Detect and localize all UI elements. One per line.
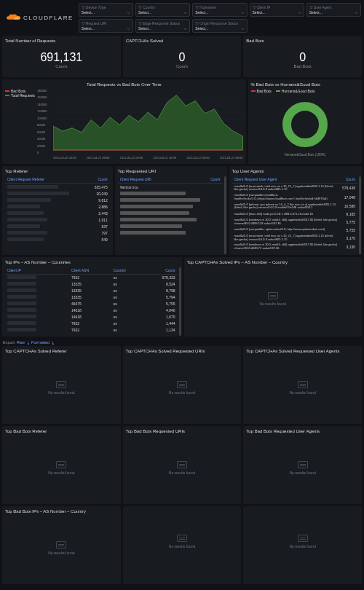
table-row[interactable]: mozilla/5.0 (macintosh; intel mac os x 1…: [232, 233, 358, 243]
table-row[interactable]: 7922us1,134: [5, 327, 178, 334]
table-row[interactable]: [118, 229, 223, 236]
table-row[interactable]: [118, 223, 223, 229]
empty-panel: Top Bad Bots Referer No results found: [2, 426, 121, 504]
col-header[interactable]: Client Request URI: [118, 176, 207, 184]
stat-sub: Bad Bots: [246, 64, 359, 68]
export-formatted-link[interactable]: Formatted ⭳: [31, 340, 55, 345]
grid-icon: [56, 381, 66, 388]
chevron-down-icon: [127, 11, 130, 15]
filter-6[interactable]: Edge Response Status Select...: [135, 19, 190, 33]
table-row[interactable]: 797: [5, 229, 110, 236]
panel-title: Top CAPTCHAs Solved Requested URIs: [126, 349, 239, 353]
table-row[interactable]: 9,812: [5, 197, 110, 203]
table-row[interactable]: 2,886: [5, 203, 110, 210]
empty-text: No results found: [169, 471, 195, 475]
table-row[interactable]: 7922us578,333: [5, 274, 178, 281]
table-row[interactable]: 937: [5, 223, 110, 229]
col-header[interactable]: Client Request Referer: [5, 176, 88, 184]
empty-panel: Top CAPTCHAs Solved Requested URIs No re…: [123, 346, 242, 424]
empty-state: No results found: [246, 509, 359, 575]
legend-item[interactable]: Bad Bots: [251, 89, 272, 93]
table-row[interactable]: mozilla/5.0 (windows nt 10.0; win64; x64…: [232, 243, 358, 252]
table-row[interactable]: mozilla/5.0 (windows nt 10.0; win64; x64…: [232, 218, 358, 227]
table-row[interactable]: mozilla/5.0 (iphone; cpu iphone os 14_4_…: [232, 202, 358, 211]
table-row[interactable]: mozilla/5.0 (compatible; uptimerobot/2.0…: [232, 227, 358, 233]
col-header[interactable]: Client IP: [5, 267, 69, 275]
funnel-icon: [82, 6, 85, 9]
panel-title: Top Bad Bots IPs – AS Number – Country: [5, 509, 118, 514]
empty-text: No results found: [289, 544, 315, 548]
table-row[interactable]: mozilla/5.0 (macintosh; intel mac os x 1…: [232, 184, 358, 193]
grid-icon: [56, 541, 66, 548]
panel-title: Top User Agents: [232, 169, 358, 173]
empty-text: No results found: [48, 551, 74, 555]
legend-item[interactable]: Humans&Good Bots: [276, 89, 315, 93]
table-row[interactable]: [118, 197, 223, 203]
table-row[interactable]: 14618us1,670: [5, 314, 178, 320]
table-row[interactable]: 13335us5,794: [5, 294, 178, 301]
donut-panel: % Bad Bots vs Humans&Good Bots Bad BotsH…: [248, 79, 362, 164]
panel-title: Total Requests vs Bad Bots Over Time: [5, 82, 243, 87]
table-row[interactable]: 20,049: [5, 190, 110, 197]
area-chart[interactable]: 0200004000060000800001000001200001400001…: [37, 89, 242, 154]
empty-text: No results found: [169, 390, 195, 395]
table-row[interactable]: [118, 216, 223, 223]
empty-state: No results found: [126, 509, 239, 575]
filter-5[interactable]: Request URI Select...: [79, 19, 133, 33]
table-row[interactable]: [118, 210, 223, 216]
grid-icon: [298, 381, 308, 388]
empty-text: No results found: [48, 390, 74, 395]
table-row[interactable]: [118, 203, 223, 210]
table-row[interactable]: /favicon.ico: [118, 184, 223, 191]
col-header[interactable]: Count: [340, 176, 357, 184]
grid-icon: [177, 381, 187, 388]
col-header[interactable]: Client ASN: [69, 267, 111, 275]
table-row[interactable]: mozilla/5.0 (compatible;cloudflare-healt…: [232, 193, 358, 202]
col-header[interactable]: Count: [207, 176, 223, 184]
table-row[interactable]: 7922us1,444: [5, 320, 178, 327]
grid-icon: [177, 461, 187, 468]
top-ips-panel: Top IPs – AS Number – Countries Client I…: [2, 257, 182, 337]
col-header[interactable]: Client Request User Agent: [232, 176, 340, 184]
funnel-icon: [195, 22, 199, 25]
legend-item[interactable]: Total Requests: [5, 93, 35, 98]
filter-0[interactable]: Device Type Select...: [79, 3, 133, 17]
table-row[interactable]: [118, 190, 223, 197]
table-row[interactable]: 14618us4,040: [5, 307, 178, 314]
panel-title: Top CAPTCHAs Solved Requested User Agent…: [246, 349, 359, 353]
table-row[interactable]: mozilla/5.0 (linux x64) node.js/12.18.1 …: [232, 211, 358, 218]
table-row[interactable]: 13335us8,524: [5, 281, 178, 288]
col-header[interactable]: Country: [111, 267, 144, 275]
export-raw-link[interactable]: Raw ⭳: [17, 340, 31, 345]
stat-sub: Count: [5, 64, 118, 68]
filter-1[interactable]: Country Select...: [135, 3, 190, 17]
stat-total-requests: Total Number of Requests 691,131Count: [2, 36, 121, 77]
panel-title: Top Bad Bots Requested URIs: [126, 429, 239, 433]
filter-2[interactable]: Hostname Select...: [192, 3, 247, 17]
col-header[interactable]: Count: [88, 176, 110, 184]
chevron-down-icon: [355, 11, 358, 15]
table-row[interactable]: 2,443: [5, 210, 110, 216]
empty-state: No results found: [126, 436, 239, 501]
brand-name: CLOUDFLARE: [23, 15, 74, 21]
brand-logo: CLOUDFLARE: [3, 3, 76, 33]
stat-bad-bots: Bad Bots 0Bad Bots: [243, 36, 362, 77]
export-bar: Export: Raw ⭳ Formatted ⭳: [0, 339, 364, 346]
empty-panel: Top CAPTCHAs Solved Requested User Agent…: [243, 346, 362, 424]
donut-chart[interactable]: [280, 99, 331, 150]
col-header[interactable]: Count: [143, 267, 177, 275]
filter-4[interactable]: User Agent Select...: [306, 3, 361, 17]
table-row[interactable]: 13335us8,798: [5, 288, 178, 294]
table-row[interactable]: 635,475: [5, 184, 110, 191]
timeseries-panel: Total Requests vs Bad Bots Over Time Bad…: [2, 79, 246, 164]
filter-7[interactable]: Origin Response Status Select...: [192, 19, 247, 33]
stat-captchas: CAPTCHAs Solved 0Count: [123, 36, 242, 77]
panel-title: Total Number of Requests: [5, 39, 118, 43]
table-row[interactable]: 549: [5, 236, 110, 243]
ua-table: Client Request User AgentCountmozilla/5.…: [232, 176, 358, 252]
table-row[interactable]: 46475us5,755: [5, 301, 178, 307]
stat-value: 691,131: [5, 51, 118, 64]
filter-3[interactable]: Client IP Select...: [250, 3, 304, 17]
empty-text: No results found: [289, 471, 315, 475]
table-row[interactable]: 1,911: [5, 216, 110, 223]
